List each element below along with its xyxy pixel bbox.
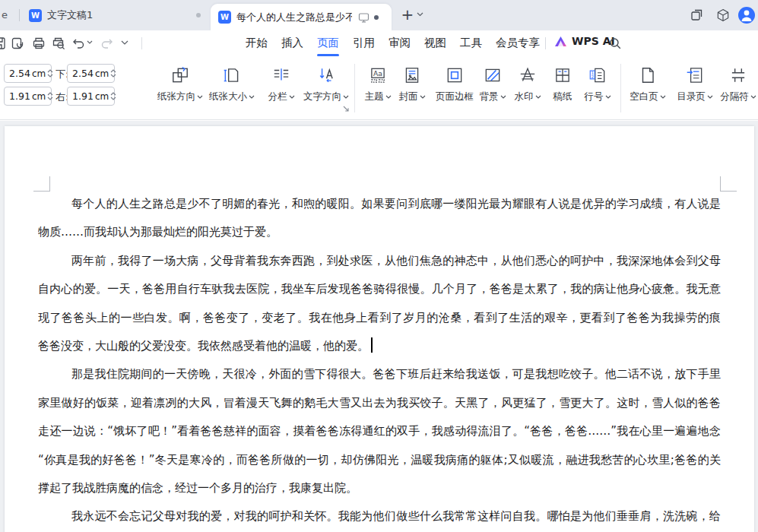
- search-icon[interactable]: [609, 37, 622, 50]
- menu-tab-home[interactable]: 开始: [239, 30, 274, 56]
- button-label: 纸张大小: [209, 90, 247, 103]
- ribbon: cm 下: cm cm 右: cm 纸张方向: [0, 56, 758, 120]
- chevron-down-icon: [660, 95, 666, 99]
- menubar-separator: [545, 37, 546, 49]
- page-break-icon: [728, 63, 748, 87]
- manuscript-paper-button[interactable]: 稿纸: [546, 63, 579, 112]
- margin-unit: cm: [32, 91, 46, 102]
- ribbon-group-separator: [620, 64, 621, 112]
- spinner-icon[interactable]: [47, 92, 53, 100]
- print-icon[interactable]: [32, 36, 46, 50]
- menu-tabs: 开始 插入 页面 引用 审阅 视图 工具 会员专享: [239, 30, 547, 56]
- button-label: 背景: [480, 90, 499, 103]
- background-icon: [483, 63, 503, 87]
- menu-tab-insert[interactable]: 插入: [274, 30, 310, 56]
- document-line: 撑起了我战胜病魔的信念，经过一个多月的治疗，我康复出院。: [38, 474, 721, 502]
- margin-left-field[interactable]: cm: [4, 87, 52, 106]
- button-label: 纸张方向: [157, 90, 195, 103]
- columns-button[interactable]: 分栏: [262, 63, 301, 112]
- margin-unit: cm: [95, 68, 109, 79]
- redo-icon[interactable]: [100, 36, 114, 49]
- save-icon[interactable]: [0, 36, 6, 50]
- export-icon[interactable]: [11, 36, 24, 50]
- document-text[interactable]: 每个人的人生之路总是少不了明媚的春光，和煦的暖阳。如果要问到底哪一缕阳光最为耀眼…: [38, 190, 721, 531]
- columns-icon: [271, 63, 291, 87]
- window-layout-icon[interactable]: [690, 8, 704, 22]
- new-tab-chevron-icon[interactable]: [417, 12, 423, 17]
- document-line: 家里做好的饭菜，迎着凛冽的大风，冒着漫天飞舞的鹅毛大雪又出去为我买饺子。天黑了，…: [38, 389, 721, 417]
- print-preview-icon[interactable]: [52, 36, 66, 50]
- menu-tab-view[interactable]: 视图: [417, 30, 453, 56]
- wps-writer-icon: W: [218, 11, 231, 24]
- button-label: 封面: [399, 90, 418, 103]
- manuscript-grid-icon: [553, 63, 572, 87]
- document-line: 物质……而我却认为那最灿烂的阳光莫过于爱。: [38, 218, 721, 246]
- ribbon-group-separator: [354, 64, 355, 112]
- quickbar-separator: [141, 37, 142, 49]
- undo-icon[interactable]: [71, 36, 85, 49]
- menu-tab-page[interactable]: 页面: [310, 30, 346, 56]
- blank-page-icon: [638, 63, 658, 87]
- chevron-down-icon: [605, 95, 611, 99]
- menu-tab-reference[interactable]: 引用: [346, 30, 382, 56]
- margin-left-input[interactable]: [9, 90, 32, 102]
- new-tab-button[interactable]: +: [398, 5, 417, 25]
- page-setup-launcher-icon[interactable]: [342, 105, 350, 112]
- svg-text:2: 2: [591, 74, 594, 79]
- paper-size-icon: [222, 63, 242, 87]
- tab-label: 每个人的人生之路总是少不了: [236, 11, 352, 24]
- blank-page-button[interactable]: 空白页: [624, 63, 671, 112]
- document-tab-1[interactable]: W 文字文稿1: [21, 0, 208, 30]
- chevron-down-icon: [249, 95, 255, 99]
- toc-page-button[interactable]: 目录页: [671, 63, 718, 112]
- button-label: 目录页: [677, 90, 706, 103]
- document-line: 自内心的爱。一天，爸爸用自行车驮我去医院，我坐车后发现爸爸骑得很慢。几个月了，爸…: [38, 275, 721, 303]
- chevron-down-icon: [289, 95, 295, 99]
- user-avatar[interactable]: [738, 7, 755, 24]
- menu-tab-review[interactable]: 审阅: [382, 30, 417, 56]
- document-line: 两年前，我得了一场大病，父母背着我东奔西跑，到处求医，从他们焦急的神态中，从他们…: [38, 247, 721, 275]
- theme-icon: Aa: [368, 63, 388, 87]
- margin-right-input[interactable]: [72, 90, 95, 102]
- chevron-down-icon: [197, 95, 203, 99]
- partial-tab-label[interactable]: e: [2, 9, 8, 21]
- document-tab-2-active[interactable]: W 每个人的人生之路总是少不了: [211, 4, 392, 30]
- spinner-icon[interactable]: [110, 92, 116, 100]
- cube-icon[interactable]: [715, 8, 731, 23]
- margin-corner-mark-left: [33, 176, 50, 192]
- paper-orientation-button[interactable]: 纸张方向: [156, 63, 205, 112]
- undo-chevron-icon[interactable]: [87, 40, 93, 44]
- line-number-button[interactable]: 12 行号: [576, 63, 619, 112]
- button-label: 主题: [365, 90, 384, 103]
- menu-tab-tools[interactable]: 工具: [453, 30, 489, 56]
- line-number-icon: 12: [588, 63, 607, 87]
- margin-right-field[interactable]: cm: [67, 87, 115, 106]
- spinner-icon[interactable]: [110, 69, 116, 78]
- page-break-button[interactable]: 分隔符: [715, 63, 758, 112]
- button-label: 空白页: [630, 90, 658, 103]
- document-line: 爸爸没变，大山般的父爱没变。我依然感受着他的温暖，他的爱。: [38, 332, 721, 360]
- margin-bottom-input[interactable]: [72, 68, 95, 79]
- chevron-down-icon: [750, 95, 756, 99]
- margin-bottom-field[interactable]: cm: [67, 64, 115, 83]
- document-line: 我永远不会忘记父母对我的爱，对我的呵护和关怀。我能为他们做些什么我常常这样问自我…: [38, 502, 721, 530]
- document-page[interactable]: 每个人的人生之路总是少不了明媚的春光，和煦的暖阳。如果要问到底哪一缕阳光最为耀眼…: [5, 126, 754, 532]
- watermark-button[interactable]: 水印: [506, 63, 549, 112]
- button-label: 行号: [585, 90, 604, 103]
- document-line: 现了爸爸头上的一些白发。啊，爸爸变了，变老了。我在他身上看到了岁月的沧桑，看到了…: [38, 304, 721, 332]
- paper-size-button[interactable]: 纸张大小: [208, 63, 256, 112]
- spinner-icon[interactable]: [47, 69, 53, 78]
- toolbar-chevron-icon[interactable]: [121, 40, 128, 45]
- toc-page-icon: [685, 63, 705, 87]
- button-label: 稿纸: [553, 90, 572, 103]
- wps-ai-logo-icon: [554, 36, 567, 47]
- margin-top-field[interactable]: cm: [4, 64, 52, 83]
- wps-ai-button[interactable]: WPS AI: [554, 35, 615, 47]
- margin-corner-mark-right: [720, 176, 737, 192]
- menu-tab-member[interactable]: 会员专享: [489, 30, 547, 56]
- paper-orientation-icon: [170, 63, 190, 87]
- margin-top-input[interactable]: [9, 68, 32, 79]
- chevron-down-icon: [535, 95, 541, 99]
- svg-text:Aa: Aa: [373, 69, 382, 78]
- button-label: 分隔符: [720, 90, 749, 103]
